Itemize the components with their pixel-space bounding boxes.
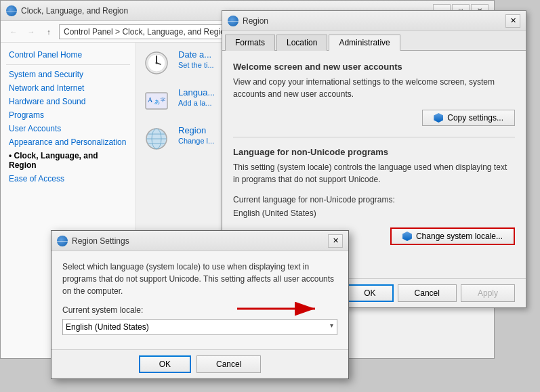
region-ok-button[interactable]: OK: [346, 284, 393, 302]
region-cancel-button[interactable]: Cancel: [398, 284, 457, 302]
region-dialog-close[interactable]: ✕: [505, 14, 520, 28]
category-region-title[interactable]: Region: [178, 125, 214, 135]
region-dialog-title-bar: Region ✕: [222, 11, 526, 31]
clock-svg: [144, 51, 169, 75]
welcome-section-title: Welcome screen and new user accounts: [233, 62, 515, 72]
date-icon: [143, 49, 170, 77]
svg-text:A: A: [148, 96, 153, 104]
change-system-locale-button[interactable]: Change system locale...: [390, 227, 515, 245]
sidebar-item-system-security[interactable]: System and Security: [1, 68, 136, 81]
region-apply-button[interactable]: Apply: [461, 284, 515, 302]
category-region-text: Region Change l...: [178, 125, 214, 145]
welcome-section-text: View and copy your international setting…: [233, 76, 515, 100]
sidebar-control-panel-home[interactable]: Control Panel Home: [1, 48, 136, 62]
region-dialog-title-left: Region: [228, 16, 268, 26]
rs-dialog-title: Region Settings: [72, 236, 129, 246]
category-region-subtitle[interactable]: Change l...: [178, 137, 214, 145]
up-button[interactable]: ↑: [41, 24, 56, 39]
copy-settings-button[interactable]: Copy settings...: [422, 110, 515, 126]
change-system-locale-label: Change system locale...: [416, 232, 503, 241]
copy-settings-icon: [434, 113, 443, 123]
region-svg: [144, 127, 169, 151]
back-button[interactable]: ←: [6, 24, 21, 39]
rs-dialog-icon: [57, 236, 68, 246]
section-divider: [233, 137, 515, 137]
rs-ok-button[interactable]: OK: [139, 355, 191, 373]
rs-cancel-button[interactable]: Cancel: [196, 355, 261, 373]
sidebar-sep-1: [6, 64, 130, 65]
region-dialog-tabs: Formats Location Administrative: [222, 31, 526, 51]
svg-point-4: [156, 62, 158, 64]
svg-text:字: 字: [161, 97, 165, 102]
tab-location[interactable]: Location: [276, 35, 327, 51]
red-arrow: [230, 295, 325, 322]
category-language-title[interactable]: Langua...: [178, 87, 215, 97]
current-locale-value: English (United States): [233, 209, 515, 218]
change-locale-icon: [402, 232, 412, 241]
category-date-subtitle[interactable]: Set the ti...: [178, 61, 214, 69]
category-date-text: Date a... Set the ti...: [178, 49, 214, 69]
copy-settings-row: Copy settings...: [233, 110, 515, 126]
rs-title-left: Region Settings: [57, 236, 129, 246]
rs-footer: OK Cancel: [51, 349, 348, 378]
category-language-subtitle[interactable]: Add a la...: [178, 99, 215, 107]
sidebar-item-clock-language: Clock, Language, and Region: [1, 149, 136, 172]
region-dialog-title: Region: [243, 16, 268, 26]
forward-button[interactable]: →: [24, 24, 39, 39]
rs-title-bar: Region Settings ✕: [51, 231, 348, 251]
language-svg: A あ 字: [144, 89, 169, 113]
category-date-title[interactable]: Date a...: [178, 49, 214, 60]
svg-text:あ: あ: [154, 99, 160, 105]
current-locale-label: Current language for non-Unicode program…: [233, 195, 515, 204]
rs-close-button[interactable]: ✕: [328, 234, 343, 248]
region-dialog-icon: [228, 16, 238, 26]
region-icon: [143, 125, 170, 152]
sidebar-item-user-accounts[interactable]: User Accounts: [1, 122, 136, 135]
tab-formats[interactable]: Formats: [225, 35, 275, 51]
unicode-section-text: This setting (system locale) controls th…: [233, 161, 515, 186]
language-icon: A あ 字: [143, 87, 170, 114]
tab-administrative[interactable]: Administrative: [329, 35, 400, 51]
sidebar-item-ease-access[interactable]: Ease of Access: [1, 172, 136, 186]
rs-description: Select which language (system locale) to…: [62, 261, 337, 297]
category-language-text: Langua... Add a la...: [178, 87, 215, 107]
window-icon: [6, 5, 17, 16]
unicode-section-title: Language for non-Unicode programs: [233, 147, 515, 157]
sidebar-item-appearance[interactable]: Appearance and Personalization: [1, 135, 136, 149]
sidebar-item-hardware-sound[interactable]: Hardware and Sound: [1, 95, 136, 108]
copy-settings-label: Copy settings...: [447, 113, 503, 123]
title-bar-left: Clock, Language, and Region: [6, 5, 128, 16]
main-window-title: Clock, Language, and Region: [21, 6, 128, 16]
sidebar-item-network-internet[interactable]: Network and Internet: [1, 81, 136, 95]
sidebar-item-programs[interactable]: Programs: [1, 108, 136, 122]
